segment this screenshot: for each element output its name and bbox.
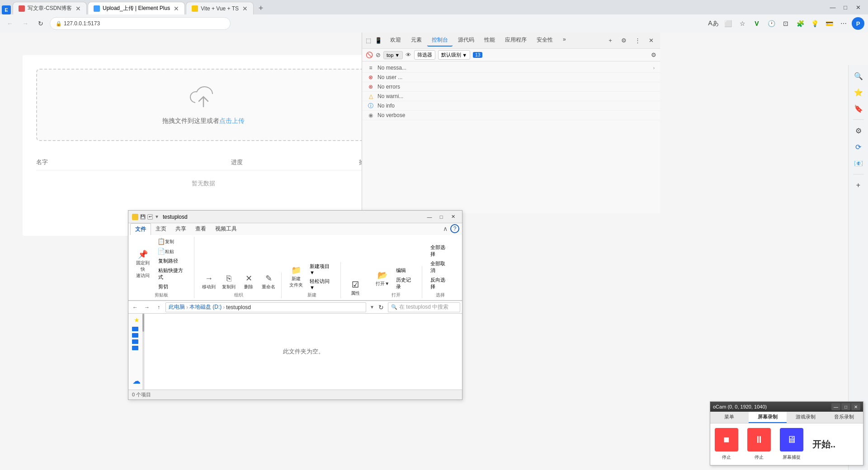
favorites-icon[interactable]: ☆: [736, 17, 749, 30]
tab-vite[interactable]: Vite + Vue + TS ✕: [186, 2, 254, 14]
fe-properties-button[interactable]: ☑ 属性: [346, 279, 364, 297]
devtools-tab-console[interactable]: 控制台: [427, 34, 453, 47]
reading-view-icon[interactable]: ⬜: [722, 17, 734, 30]
fe-scrollbar[interactable]: [142, 314, 144, 390]
fe-move-to-button[interactable]: → 移动到: [200, 273, 218, 291]
fe-breadcrumb-d-drive[interactable]: 本地磁盘 (D:): [189, 303, 222, 311]
fe-copy-to-button[interactable]: ⎘ 复制到: [220, 273, 238, 291]
console-item-messages[interactable]: ≡ No messa... ›: [362, 63, 660, 73]
console-eye-icon[interactable]: 👁: [406, 52, 411, 58]
maximize-button[interactable]: □: [839, 3, 852, 12]
profile-button[interactable]: P: [852, 17, 864, 30]
sidebar-collections-icon[interactable]: 🔖: [851, 101, 866, 116]
browser-extension-v-icon[interactable]: V: [750, 17, 763, 30]
devtools-settings[interactable]: ⚙: [618, 35, 629, 46]
fe-delete-button[interactable]: ✕ 删除: [240, 273, 258, 291]
fe-history-button[interactable]: 历史记录: [393, 276, 418, 291]
ocam-close-button[interactable]: ✕: [851, 403, 860, 410]
fe-tab-home[interactable]: 主页: [151, 223, 171, 235]
fe-main-file-area[interactable]: 此文件夹为空。: [145, 314, 462, 390]
tab-close-csdn[interactable]: ✕: [75, 5, 81, 12]
fe-tab-view[interactable]: 查看: [191, 223, 211, 235]
fe-select-all-button[interactable]: 全部选择: [428, 243, 453, 258]
upload-link[interactable]: 点击上传: [219, 117, 245, 124]
upload-dropzone[interactable]: 拖拽文件到这里或者点击上传: [36, 69, 371, 141]
ocam-tab-game-record[interactable]: 游戏录制: [787, 412, 825, 423]
ocam-screenshot-button[interactable]: 🖥: [780, 428, 803, 451]
sidebar-outlook-icon[interactable]: 📧: [851, 156, 866, 170]
console-messages-toggle[interactable]: ›: [653, 66, 655, 70]
address-input[interactable]: 🔒 127.0.0.1:5173: [50, 17, 231, 30]
console-clear-icon[interactable]: 🚫: [366, 52, 373, 58]
devtools-inspector-icon[interactable]: ⬚: [366, 37, 371, 44]
wallet-icon[interactable]: 💳: [823, 17, 835, 30]
extension-icon[interactable]: 🧩: [794, 17, 807, 30]
fe-breadcrumb-dropdown[interactable]: ▼: [370, 305, 374, 310]
devtools-more[interactable]: ⋮: [632, 35, 643, 46]
fe-breadcrumb-this-pc[interactable]: 此电脑: [169, 303, 185, 311]
new-tab-button[interactable]: +: [255, 2, 267, 14]
tab-upload[interactable]: Upload_上传 | Element Plus ✕: [88, 2, 185, 14]
close-button[interactable]: ✕: [852, 3, 864, 12]
fe-rename-button[interactable]: ✎ 重命名: [259, 273, 278, 291]
devtools-tab-application[interactable]: 应用程序: [500, 34, 531, 47]
ocam-minimize-button[interactable]: —: [831, 403, 840, 410]
fe-paste-shortcut-button[interactable]: 粘贴快捷方式: [156, 266, 190, 282]
fe-invert-select-button[interactable]: 反向选择: [428, 276, 453, 291]
devtools-close[interactable]: ✕: [646, 35, 656, 46]
fe-pin-button[interactable]: 📌 固定到快速访问: [132, 249, 154, 280]
fe-quick-arrow[interactable]: ▼: [155, 214, 159, 219]
ocam-tab-menu[interactable]: 菜单: [710, 412, 749, 423]
ocam-tab-screen-record[interactable]: 屏幕录制: [749, 412, 787, 423]
devtools-more-tabs[interactable]: »: [558, 34, 571, 47]
tab-close-upload[interactable]: ✕: [174, 5, 179, 12]
console-item-info[interactable]: ⓘ No info: [362, 101, 660, 111]
fe-ribbon-expand[interactable]: ∧: [441, 223, 449, 235]
more-icon[interactable]: ⋯: [837, 17, 850, 30]
console-item-errors[interactable]: ⊗ No errors: [362, 82, 660, 92]
forward-button[interactable]: →: [19, 17, 32, 30]
fe-save-icon[interactable]: 💾: [140, 214, 146, 220]
translate-icon[interactable]: Aあ: [707, 17, 720, 30]
ocam-pause-button[interactable]: ⏸: [747, 428, 771, 451]
sidebar-favorites-icon[interactable]: ⭐: [851, 85, 866, 99]
console-settings-icon[interactable]: ⚙: [651, 52, 656, 58]
fe-tab-share[interactable]: 共享: [171, 223, 191, 235]
fe-help-button[interactable]: ?: [450, 224, 459, 233]
tab-close-vite[interactable]: ✕: [242, 5, 248, 12]
ocam-maximize-button[interactable]: □: [841, 403, 850, 410]
edge-actions-icon[interactable]: 💡: [808, 17, 821, 30]
fe-paste-button[interactable]: 📄 粘贴: [156, 247, 190, 256]
devtools-add-tab[interactable]: +: [605, 35, 616, 46]
fe-undo-icon[interactable]: ↩: [147, 214, 153, 220]
console-filter-input[interactable]: 筛选器: [414, 50, 435, 60]
fe-cut-button[interactable]: 剪切: [156, 282, 190, 291]
console-item-warnings[interactable]: △ No warni...: [362, 92, 660, 101]
fe-back-button[interactable]: ←: [130, 302, 140, 312]
fe-minimize-button[interactable]: —: [424, 212, 435, 221]
fe-easy-access-button[interactable]: 轻松访问▼: [307, 277, 337, 291]
fe-deselect-all-button[interactable]: 全部取消: [428, 259, 453, 275]
console-level-selector[interactable]: 默认级别 ▼: [438, 50, 470, 60]
timer-icon[interactable]: 🕐: [765, 17, 778, 30]
sidebar-expand-icon[interactable]: +: [851, 178, 866, 193]
refresh-button[interactable]: ↻: [34, 17, 47, 30]
fe-edit-button[interactable]: 编辑: [393, 266, 418, 275]
fe-copy-path-button[interactable]: 复制路径: [156, 257, 190, 265]
back-button[interactable]: ←: [4, 17, 16, 30]
fe-breadcrumb[interactable]: 此电脑 › 本地磁盘 (D:) › testuplosd: [165, 302, 366, 312]
console-filter-icon[interactable]: ⊘: [376, 52, 381, 58]
fe-search-input[interactable]: 🔍 在 testuplosd 中搜索: [388, 302, 460, 312]
fe-forward-button[interactable]: →: [142, 302, 152, 312]
devtools-device-icon[interactable]: 📱: [375, 37, 382, 44]
console-item-verbose[interactable]: ◉ No verbose: [362, 111, 660, 120]
devtools-tab-welcome[interactable]: 欢迎: [386, 34, 406, 47]
sidebar-settings-icon[interactable]: ⚙: [851, 123, 866, 138]
ocam-stop-button[interactable]: ■: [715, 428, 738, 451]
devtools-tab-security[interactable]: 安全性: [532, 34, 557, 47]
fe-breadcrumb-folder[interactable]: testuplosd: [226, 304, 251, 310]
minimize-button[interactable]: —: [826, 3, 839, 12]
sidebar-search-icon[interactable]: 🔍: [851, 69, 866, 83]
fe-close-button[interactable]: ✕: [448, 212, 458, 221]
fe-up-button[interactable]: ↑: [154, 302, 164, 312]
